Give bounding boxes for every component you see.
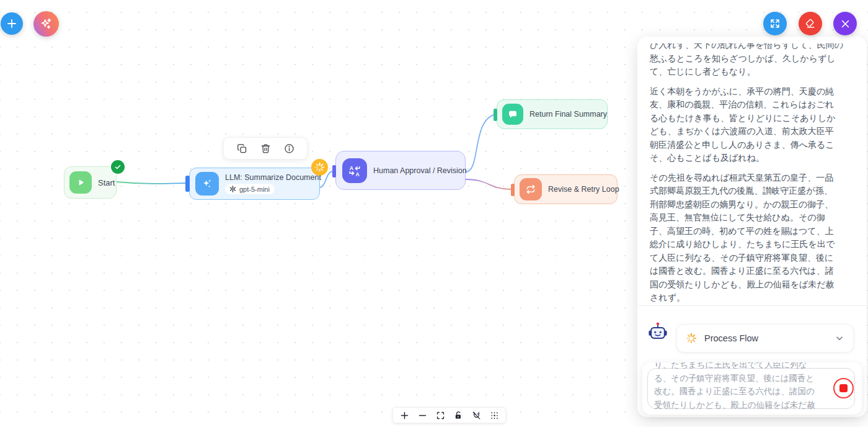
assistant-message: ひ入れず、天下の乱れん事を悟らずして、民間の 愁ふるところを知らざつしかば、久し… [650,43,857,305]
sparkles-node-icon [195,172,219,196]
close-icon [840,19,851,29]
repeat-icon [520,178,542,200]
node-human-label: Human Approval / Revision [373,166,467,175]
node-llm-title: LLM: Summarize Document [225,173,321,182]
return-input-handle[interactable] [494,109,497,121]
fit-view-icon [436,411,445,420]
stop-button[interactable] [833,378,854,398]
model-pill: gpt-5-mini [225,184,275,194]
loading-spinner-icon [686,333,697,344]
grid-dots-icon [490,411,499,420]
model-name: gpt-5-mini [239,186,270,193]
robot-icon [647,321,668,344]
eraser-icon [805,18,817,30]
stop-icon [839,384,848,392]
close-button[interactable] [833,12,857,35]
message-paragraph: 近く本朝をうかがふに、承平の將門、天慶の純 友、康和の義親、平治の信頼、これらは… [650,85,857,165]
node-human-approval[interactable]: A A Human Approval / Revision [335,151,466,190]
running-spinner-badge [311,159,328,176]
check-icon [114,163,122,171]
duplicate-node-button[interactable] [236,143,247,154]
approval-swap-icon: A A [342,158,367,183]
copy-icon [237,143,247,154]
agent-selector[interactable]: Process Flow [676,324,854,353]
openai-logo-icon [229,185,237,193]
zoom-out-button[interactable] [417,410,427,420]
clear-canvas-button[interactable] [799,12,822,35]
node-toolbar [223,137,308,160]
node-info-button[interactable] [283,143,294,154]
plus-icon [6,18,17,29]
edge-start-to-llm[interactable] [117,182,187,184]
edge-human-to-return[interactable] [466,114,496,172]
success-badge [110,159,126,175]
svg-text:A: A [355,171,360,177]
chat-bubble-icon [502,104,523,125]
plus-icon [400,411,409,420]
lock-open-icon [454,411,463,420]
add-node-button[interactable] [1,12,23,35]
node-start[interactable]: Start [64,166,117,199]
grid-toggle-button[interactable] [489,410,499,420]
svg-text:A: A [350,165,354,171]
magnet-off-icon [472,411,481,420]
composer: り、たちまちに王氏を出でて人臣に列な る、その子鎮守府将軍良望、後には國香と 改… [642,362,862,415]
zoom-in-button[interactable] [399,410,409,420]
canvas-controls [392,407,506,423]
lock-toggle-button[interactable] [453,410,463,420]
message-paragraph: ひ入れず、天下の乱れん事を悟らずして、民間の 愁ふるところを知らざつしかば、久し… [650,43,857,79]
node-llm-summarize[interactable]: LLM: Summarize Document gpt-5-mini [189,168,320,200]
delete-node-button[interactable] [260,143,271,154]
llm-input-handle[interactable] [185,176,190,192]
human-input-handle[interactable] [332,165,336,178]
panel-divider [637,305,867,306]
node-revise-loop[interactable]: Revise & Retry Loop [514,174,618,204]
agent-selector-label: Process Flow [704,333,827,343]
node-start-label: Start [98,178,115,187]
fit-view-button[interactable] [435,410,445,420]
minus-icon [418,411,427,420]
chat-panel: ひ入れず、天下の乱れん事を悟らずして、民間の 愁ふるところを知らざつしかば、久し… [637,37,867,417]
node-return-summary[interactable]: Return Final Summary [497,99,608,129]
snap-toggle-button[interactable] [471,410,481,420]
revise-input-handle[interactable] [511,184,515,196]
sparkles-icon [40,17,53,30]
message-paragraph: その先祖を尋ぬれば桓武天皇第五の皇子、一品 式部卿葛原親王九代の後胤、讃岐守正盛… [650,171,857,305]
edge-human-to-revise[interactable] [466,179,512,189]
node-return-label: Return Final Summary [529,110,607,119]
maximize-icon [769,18,781,29]
chevron-down-icon [835,333,844,343]
trash-icon [260,143,271,154]
maximize-button[interactable] [763,12,787,35]
ai-generate-button[interactable] [33,11,59,37]
play-icon [69,171,92,194]
message-input-text: り、たちまちに王氏を出でて人臣に列な る、その子鎮守府将軍良望、後には國香と 改… [654,362,833,411]
node-revise-label: Revise & Retry Loop [548,185,619,194]
info-icon [284,143,294,154]
